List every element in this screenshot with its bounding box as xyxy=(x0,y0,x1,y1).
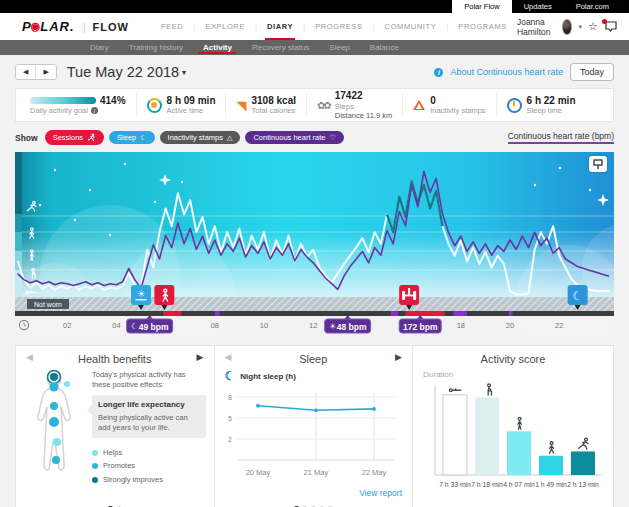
svg-text:7 h 33 min: 7 h 33 min xyxy=(439,481,471,488)
nav-community[interactable]: COMMUNITY xyxy=(375,13,447,40)
health-legend-item: Helps xyxy=(92,448,206,458)
timeline-segment[interactable] xyxy=(509,311,513,316)
timeline-segment[interactable] xyxy=(215,311,220,316)
about-continuous-hr-link[interactable]: About Continuous heart rate xyxy=(450,67,563,77)
timeline-segment[interactable] xyxy=(405,311,444,316)
svg-text:Not worn: Not worn xyxy=(34,301,62,308)
sleep-point[interactable] xyxy=(256,404,260,408)
score-bar[interactable] xyxy=(443,395,467,475)
active-time-value: 8 h 09 min xyxy=(167,95,216,107)
standing-icon xyxy=(518,417,522,429)
svg-text:☀: ☀ xyxy=(137,289,145,299)
score-bar[interactable] xyxy=(571,451,595,475)
subnav-recovery-status[interactable]: Recovery status xyxy=(250,40,311,55)
view-report-link[interactable]: View report xyxy=(359,488,402,498)
sleep-point[interactable] xyxy=(314,408,318,412)
score-bar[interactable] xyxy=(475,397,499,475)
svg-text:22 May: 22 May xyxy=(361,468,386,477)
star-dot xyxy=(74,219,76,221)
activity-score-chart[interactable]: 7 h 33 min7 h 18 min4 h 07 min1 h 49 min… xyxy=(421,379,605,501)
health-prev-arrow[interactable]: ◀ xyxy=(26,352,33,362)
notification-dot xyxy=(602,19,607,24)
body-figure xyxy=(24,370,86,496)
svg-text:18: 18 xyxy=(457,321,465,330)
continuous-heart-rate-chart[interactable]: Not worn0204060810121416182022☀☾☾49 bpm☀… xyxy=(15,150,614,336)
nav-feed[interactable]: FEED xyxy=(151,13,193,40)
svg-text:8: 8 xyxy=(228,394,232,401)
stat-inactivity: 0 Inactivity stamps xyxy=(402,93,495,117)
tab-polar-flow[interactable]: Polar Flow xyxy=(452,0,511,13)
hr-chart-svg[interactable]: Not worn0204060810121416182022☀☾☾49 bpm☀… xyxy=(15,150,614,336)
date-label[interactable]: Tue May 22 2018 xyxy=(67,64,179,80)
nav-programs[interactable]: PROGRAMS xyxy=(448,13,517,40)
calories-label: Total calories xyxy=(251,106,296,115)
legend-label: Strongly improves xyxy=(103,475,163,485)
user-menu-caret-icon[interactable]: ▾ xyxy=(578,23,582,31)
bpm-badge[interactable]: ☀48 bpm xyxy=(325,315,371,333)
subnav-activity[interactable]: Activity xyxy=(201,40,234,55)
svg-text:08: 08 xyxy=(211,321,219,330)
runner-icon xyxy=(87,133,96,143)
sleep-prev-arrow[interactable]: ◀ xyxy=(225,352,232,362)
prev-day-button[interactable]: ◀ xyxy=(16,65,35,79)
polar-logo[interactable]: P◉LAR. | FLOW xyxy=(22,19,129,34)
activity-score-title: Activity score xyxy=(481,353,546,365)
stat-active-time: 8 h 09 min Active time xyxy=(136,93,226,117)
sleep-time-value: 6 h 22 min xyxy=(527,95,576,107)
steps-value: 17422 xyxy=(335,90,392,102)
avatar[interactable] xyxy=(562,19,573,35)
nav-explore[interactable]: EXPLORE xyxy=(195,13,255,40)
star-dot xyxy=(534,184,536,186)
score-bar[interactable] xyxy=(539,456,563,475)
subnav-diary[interactable]: Diary xyxy=(88,40,111,55)
subnav-sleep[interactable]: Sleep xyxy=(327,40,351,55)
hr-axis-label: Continuous heart rate (bpm) xyxy=(508,131,614,144)
tab-polar-com[interactable]: Polar.com xyxy=(564,0,621,13)
svg-text:172 bpm: 172 bpm xyxy=(403,322,438,332)
timeline-segment[interactable] xyxy=(453,311,467,316)
notifications-flag-icon[interactable] xyxy=(604,21,617,33)
subnav-balance[interactable]: Balance xyxy=(368,40,401,55)
legend-label: Helps xyxy=(103,448,122,458)
lying-icon xyxy=(449,389,460,392)
diary-subnav: Diary Training history Activity Recovery… xyxy=(0,40,629,55)
chip-sleep[interactable]: Sleep☾ xyxy=(109,131,154,144)
daily-stats-bar: 414% Daily activity goali 8 h 09 min Act… xyxy=(15,88,614,122)
inactivity-triangle-icon xyxy=(413,100,425,110)
health-legend: HelpsPromotesStrongly improves xyxy=(92,448,206,484)
timeline-segment[interactable] xyxy=(163,311,181,316)
subnav-training-history[interactable]: Training history xyxy=(127,40,185,55)
sleep-time-label: Sleep time xyxy=(527,106,576,115)
tab-updates[interactable]: Updates xyxy=(512,0,564,13)
svg-text:21 May: 21 May xyxy=(303,468,328,477)
favorites-star-icon[interactable]: ☆ xyxy=(588,20,598,33)
heart-icon: ♡ xyxy=(330,134,336,141)
moon-icon: ☾ xyxy=(140,134,146,141)
user-name[interactable]: Joanna Hamilton xyxy=(517,17,556,37)
chip-sessions[interactable]: Sessions xyxy=(45,130,104,145)
health-next-arrow[interactable]: ▶ xyxy=(197,352,204,362)
sitting-icon xyxy=(488,384,492,395)
health-benefits-card: ◀ Health benefits ▶ Today's physical act… xyxy=(16,346,214,507)
goal-info-icon[interactable]: i xyxy=(91,107,98,114)
bpm-badge[interactable]: 172 bpm xyxy=(399,315,441,333)
show-filter-row: Show Sessions Sleep☾ Inactivity stamps△ … xyxy=(15,130,614,145)
health-tooltip-title: Longer life expectancy xyxy=(98,400,200,411)
timeline-segment[interactable] xyxy=(391,311,398,316)
next-day-button[interactable]: ▶ xyxy=(35,65,55,79)
sleep-point[interactable] xyxy=(372,407,376,411)
night-sleep-chart[interactable]: 85220 May21 May22 May xyxy=(223,383,401,487)
chart-flag-icon[interactable] xyxy=(589,156,607,172)
chip-continuous-heart-rate[interactable]: Continuous heart rate♡ xyxy=(245,131,343,144)
chip-inactivity-stamps[interactable]: Inactivity stamps△ xyxy=(160,131,241,144)
score-bar[interactable] xyxy=(507,431,531,475)
running-icon xyxy=(579,438,589,449)
sleep-next-arrow[interactable]: ▶ xyxy=(395,352,402,362)
nav-progress[interactable]: PROGRESS xyxy=(305,13,372,40)
nav-diary[interactable]: DIARY xyxy=(257,13,303,40)
health-tooltip: Longer life expectancy Being physically … xyxy=(92,395,206,438)
today-button[interactable]: Today xyxy=(570,63,614,81)
main-nav: FEED| EXPLORE| DIARY| PROGRESS| COMMUNIT… xyxy=(151,13,517,40)
activity-goal-percent: 414% xyxy=(100,95,126,106)
svg-text:2 h 13 min: 2 h 13 min xyxy=(567,481,599,488)
